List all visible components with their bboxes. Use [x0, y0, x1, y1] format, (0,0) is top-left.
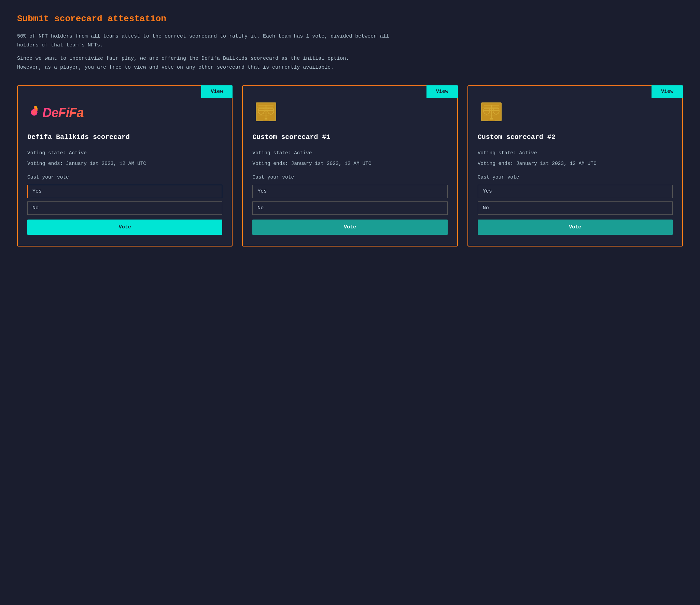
scales-icon-2 [252, 99, 280, 126]
vote-button-1[interactable]: Vote [27, 220, 222, 235]
no-option-1[interactable]: No [27, 201, 222, 215]
yes-option-1[interactable]: Yes [27, 185, 222, 198]
card-title-3: Custom scorecard #2 [478, 132, 673, 142]
cast-vote-label-1: Cast your vote [27, 174, 222, 180]
vote-button-3[interactable]: Vote [478, 220, 673, 235]
card-logo-1: DeFiFa [27, 99, 222, 126]
vote-button-2[interactable]: Vote [252, 220, 447, 235]
voting-ends-3: Voting ends: January 1st 2023, 12 AM UTC [478, 159, 673, 168]
cards-container: View DeFiFa Defifa Ballkids scorecard Vo… [17, 85, 683, 247]
card-logo-3 [478, 99, 673, 126]
scorecard-card-1: View DeFiFa Defifa Ballkids scorecard Vo… [17, 85, 233, 247]
svg-rect-26 [490, 118, 493, 119]
card-meta-section-1: Voting state: Active Voting ends: Januar… [27, 149, 222, 168]
scales-icon-3 [478, 99, 505, 126]
card-logo-2 [252, 99, 447, 126]
view-button-1[interactable]: View [201, 85, 233, 98]
description-1: 50% of NFT holders from all teams attest… [17, 32, 393, 50]
svg-rect-14 [265, 118, 267, 119]
description-2: Since we want to incentivize fair play, … [17, 54, 393, 72]
scorecard-card-3: View [467, 85, 683, 247]
no-option-2[interactable]: No [252, 201, 447, 215]
svg-rect-15 [263, 119, 269, 121]
defifa-ball-icon [27, 103, 41, 117]
card-meta-section-2: Voting state: Active Voting ends: Januar… [252, 149, 447, 168]
voting-state-2: Voting state: Active [252, 149, 447, 157]
voting-ends-1: Voting ends: January 1st 2023, 12 AM UTC [27, 159, 222, 168]
page-title: Submit scorecard attestation [17, 14, 683, 24]
card-title-1: Defifa Ballkids scorecard [27, 132, 222, 142]
scorecard-card-2: View [242, 85, 458, 247]
no-option-3[interactable]: No [478, 201, 673, 215]
svg-point-1 [32, 110, 37, 115]
card-meta-section-3: Voting state: Active Voting ends: Januar… [478, 149, 673, 168]
card-title-2: Custom scorecard #1 [252, 132, 447, 142]
cast-vote-label-3: Cast your vote [478, 174, 673, 180]
cast-vote-label-2: Cast your vote [252, 174, 447, 180]
defifa-logo: DeFiFa [27, 103, 84, 122]
defifa-logo-text: DeFiFa [42, 105, 84, 120]
voting-state-3: Voting state: Active [478, 149, 673, 157]
view-button-3[interactable]: View [652, 85, 683, 98]
voting-state-1: Voting state: Active [27, 149, 222, 157]
yes-option-2[interactable]: Yes [252, 185, 447, 198]
view-button-2[interactable]: View [426, 85, 458, 98]
voting-ends-2: Voting ends: January 1st 2023, 12 AM UTC [252, 159, 447, 168]
svg-rect-27 [488, 119, 495, 121]
yes-option-3[interactable]: Yes [478, 185, 673, 198]
